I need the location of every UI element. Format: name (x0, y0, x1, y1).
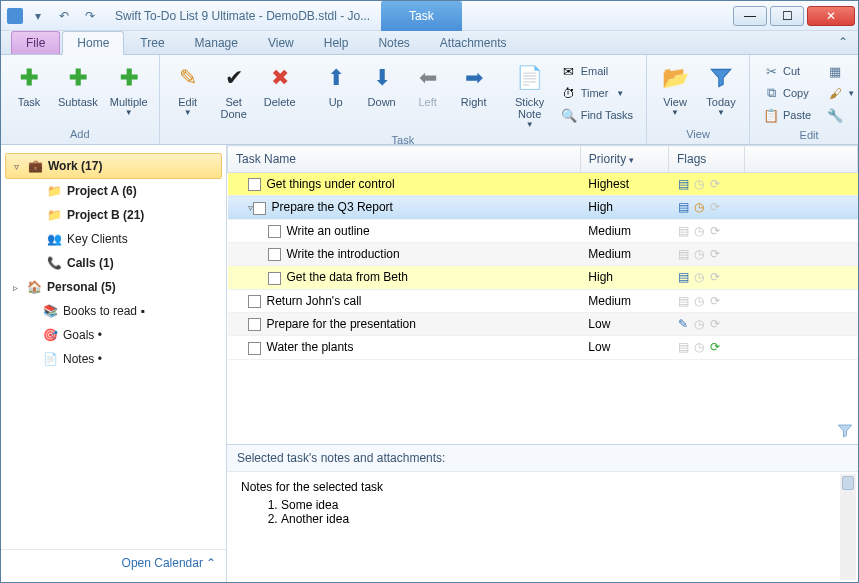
options-button[interactable]: 🔧 (824, 105, 858, 125)
flag-sync-off-icon[interactable]: ⟳ (708, 177, 722, 191)
col-task-name[interactable]: Task Name (228, 146, 581, 173)
tab-tree[interactable]: Tree (126, 32, 178, 54)
flag-note-icon[interactable]: ▤ (676, 270, 690, 284)
col-flags[interactable]: Flags (668, 146, 744, 173)
find-tasks-button[interactable]: 🔍Find Tasks (558, 105, 636, 125)
today-filter-button[interactable]: Today▼ (699, 59, 743, 126)
flag-note-off-icon[interactable]: ▤ (676, 340, 690, 354)
flag-clock-off-icon[interactable]: ◷ (692, 224, 706, 238)
filter-funnel-icon[interactable] (836, 422, 854, 440)
maximize-button[interactable]: ☐ (770, 6, 804, 26)
scrollbar-thumb[interactable] (842, 476, 854, 490)
edit-task-button[interactable]: ✎Edit▼ (166, 59, 210, 132)
move-right-button[interactable]: ➡Right (452, 59, 496, 132)
tree-item[interactable]: 📞Calls (1) (5, 251, 222, 275)
undo-button[interactable]: ↶ (53, 5, 75, 27)
expand-icon[interactable]: ▿ (10, 161, 22, 172)
tab-notes[interactable]: Notes (364, 32, 423, 54)
task-row[interactable]: Prepare for the presentationLow✎◷⟳ (228, 312, 858, 335)
task-row[interactable]: Write an outlineMedium▤◷⟳ (228, 219, 858, 242)
collapse-ribbon-button[interactable]: ⌃ (838, 35, 848, 49)
new-task-button[interactable]: ✚Task (7, 59, 51, 126)
tab-home[interactable]: Home (62, 31, 124, 55)
tree-item[interactable]: 📄Notes • (5, 347, 222, 371)
task-name-cell[interactable]: Return John's call (228, 289, 581, 312)
flag-note-icon[interactable]: ▤ (676, 200, 690, 214)
task-checkbox[interactable] (248, 295, 261, 308)
flag-note-off-icon[interactable]: ▤ (676, 294, 690, 308)
task-row[interactable]: Water the plantsLow▤◷⟳ (228, 336, 858, 359)
tree-item[interactable]: 👥Key Clients (5, 227, 222, 251)
task-row[interactable]: Get things under controlHighest▤◷⟳ (228, 173, 858, 196)
tree-item[interactable]: 📁Project A (6) (5, 179, 222, 203)
flag-note-off-icon[interactable]: ▤ (676, 247, 690, 261)
flag-clock-off-icon[interactable]: ◷ (692, 317, 706, 331)
folder-tree[interactable]: ▿💼Work (17)📁Project A (6)📁Project B (21)… (1, 151, 226, 549)
qat-dropdown[interactable]: ▾ (27, 5, 49, 27)
minimize-button[interactable]: — (733, 6, 767, 26)
close-button[interactable]: ✕ (807, 6, 855, 26)
task-name-cell[interactable]: Water the plants (228, 336, 581, 359)
task-checkbox[interactable] (248, 178, 261, 191)
move-up-button[interactable]: ⬆Up (314, 59, 358, 132)
tab-manage[interactable]: Manage (181, 32, 252, 54)
task-row[interactable]: Return John's callMedium▤◷⟳ (228, 289, 858, 312)
flag-sync-off-icon[interactable]: ⟳ (708, 200, 722, 214)
task-checkbox[interactable] (268, 248, 281, 261)
tree-item[interactable]: 📚Books to read ▪ (5, 299, 222, 323)
task-name-cell[interactable]: Get the data from Beth (228, 266, 581, 289)
task-checkbox[interactable] (268, 272, 281, 285)
open-calendar-link[interactable]: Open Calendar ⌃ (1, 549, 226, 576)
move-down-button[interactable]: ⬇Down (360, 59, 404, 132)
flag-clock-icon[interactable]: ◷ (692, 200, 706, 214)
expand-icon[interactable]: ▹ (9, 282, 21, 293)
redo-button[interactable]: ↷ (79, 5, 101, 27)
task-name-cell[interactable]: ▿Prepare the Q3 Report (228, 196, 581, 219)
tab-view[interactable]: View (254, 32, 308, 54)
task-name-cell[interactable]: Prepare for the presentation (228, 312, 581, 335)
select-all-button[interactable]: ▦ (824, 61, 858, 81)
task-row[interactable]: ▿Prepare the Q3 ReportHigh▤◷⟳ (228, 196, 858, 219)
timer-button[interactable]: ⏱Timer▼ (558, 83, 636, 103)
task-row[interactable]: Get the data from BethHigh▤◷⟳ (228, 266, 858, 289)
flag-clock-off-icon[interactable]: ◷ (692, 270, 706, 284)
flag-sync-off-icon[interactable]: ⟳ (708, 247, 722, 261)
task-checkbox[interactable] (268, 225, 281, 238)
flag-note-off-icon[interactable]: ▤ (676, 224, 690, 238)
flag-sync-off-icon[interactable]: ⟳ (708, 294, 722, 308)
flag-note-icon[interactable]: ▤ (676, 177, 690, 191)
flag-clock-off-icon[interactable]: ◷ (692, 340, 706, 354)
task-checkbox[interactable] (248, 318, 261, 331)
view-button[interactable]: 📂View▼ (653, 59, 697, 126)
flag-clock-off-icon[interactable]: ◷ (692, 294, 706, 308)
tree-item[interactable]: ▹🏠Personal (5) (5, 275, 222, 299)
sticky-note-button[interactable]: 📄Sticky Note▼ (508, 59, 552, 132)
flag-sync-off-icon[interactable]: ⟳ (708, 270, 722, 284)
flag-sync-off-icon[interactable]: ⟳ (708, 224, 722, 238)
email-button[interactable]: ✉Email (558, 61, 636, 81)
set-done-button[interactable]: ✔Set Done (212, 59, 256, 132)
flag-sync-off-icon[interactable]: ⟳ (708, 317, 722, 331)
task-checkbox[interactable] (248, 342, 261, 355)
cut-button[interactable]: ✂Cut (760, 61, 814, 81)
tab-file[interactable]: File (11, 31, 60, 54)
task-name-cell[interactable]: Get things under control (228, 173, 581, 196)
new-multiple-button[interactable]: ✚Multiple▼ (105, 59, 153, 126)
copy-button[interactable]: ⧉Copy (760, 83, 814, 103)
flag-clock-off-icon[interactable]: ◷ (692, 247, 706, 261)
context-tab-task[interactable]: Task (381, 1, 462, 31)
tab-help[interactable]: Help (310, 32, 363, 54)
tree-item[interactable]: ▿💼Work (17) (5, 153, 222, 179)
notes-body[interactable]: Notes for the selected task Some ideaAno… (227, 472, 858, 582)
tree-item[interactable]: 📁Project B (21) (5, 203, 222, 227)
task-name-cell[interactable]: Write the introduction (228, 242, 581, 265)
format-button[interactable]: 🖌▼ (824, 83, 858, 103)
notes-scrollbar[interactable] (840, 474, 856, 580)
tab-attachments[interactable]: Attachments (426, 32, 521, 54)
new-subtask-button[interactable]: ✚Subtask (53, 59, 103, 126)
delete-task-button[interactable]: ✖Delete (258, 59, 302, 132)
tree-item[interactable]: 🎯Goals • (5, 323, 222, 347)
task-checkbox[interactable] (253, 202, 266, 215)
paste-button[interactable]: 📋Paste (760, 105, 814, 125)
flag-clock-off-icon[interactable]: ◷ (692, 177, 706, 191)
